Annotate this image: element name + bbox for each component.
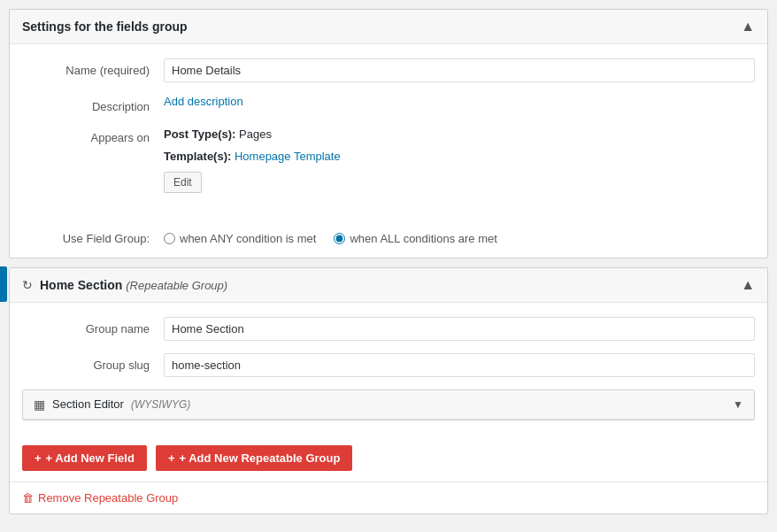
description-row: Description Add description (22, 95, 755, 113)
templates-text: Template(s): Homepage Template (164, 148, 755, 166)
group-name-input[interactable] (164, 317, 755, 341)
radio-group: when ANY condition is met when ALL condi… (164, 228, 497, 245)
add-description-link[interactable]: Add description (164, 95, 243, 108)
group-name-label: Group name (22, 317, 164, 335)
description-label: Description (22, 95, 164, 113)
description-field-wrapper: Add description (164, 95, 755, 108)
refresh-icon: ↻ (22, 278, 33, 292)
radio-any-option[interactable]: when ANY condition is met (164, 232, 316, 245)
name-row: Name (required) (22, 58, 755, 82)
group-name-row: Group name (22, 317, 755, 341)
grid-icon: ▦ (34, 397, 45, 412)
repeatable-group-panel: ↻ Home Section (Repeatable Group) ▲ Grou… (9, 267, 768, 514)
name-field-wrapper (164, 58, 755, 82)
settings-panel-title: Settings for the fields group (22, 19, 188, 34)
group-slug-label: Group slug (22, 353, 164, 372)
wysiwyg-title: Section Editor (52, 397, 124, 411)
settings-panel-body: Name (required) Description Add descript… (10, 44, 767, 220)
add-new-field-button[interactable]: + + Add New Field (22, 445, 147, 471)
group-slug-field-wrapper (164, 353, 755, 377)
repeatable-group-name: Home Section (40, 278, 122, 292)
radio-all-label: when ALL conditions are met (350, 232, 496, 245)
wysiwyg-sub-panel: ▦ Section Editor (WYSIWYG) ▼ (22, 389, 755, 420)
blue-side-tab (0, 266, 7, 302)
post-types-label: Post Type(s): (164, 127, 235, 141)
wysiwyg-dropdown-icon[interactable]: ▼ (733, 398, 743, 411)
use-field-group-label: Use Field Group: (22, 228, 164, 245)
repeatable-group-body: Group name Group slug ▦ Section Editor (… (10, 303, 767, 435)
use-field-group-row: Use Field Group: when ANY condition is m… (10, 220, 767, 258)
appears-on-row: Appears on Post Type(s): Pages Template(… (22, 126, 755, 193)
trash-icon: 🗑 (22, 491, 34, 505)
post-types-value: Pages (239, 127, 272, 141)
repeatable-group-header-left: ↻ Home Section (Repeatable Group) (22, 278, 227, 292)
remove-repeatable-group-label: Remove Repeatable Group (38, 491, 178, 505)
edit-button[interactable]: Edit (164, 172, 202, 193)
repeatable-label: (Repeatable Group) (126, 279, 227, 292)
wysiwyg-label: (WYSIWYG) (131, 398, 190, 411)
homepage-template-link[interactable]: Homepage Template (235, 150, 341, 163)
add-new-field-icon: + (35, 451, 42, 465)
add-repeatable-group-label: + Add New Repeatable Group (179, 451, 340, 465)
settings-panel: Settings for the fields group ▲ Name (re… (9, 9, 768, 258)
add-repeatable-group-icon: + (168, 451, 175, 465)
wysiwyg-sub-panel-title-area: ▦ Section Editor (WYSIWYG) (34, 397, 190, 412)
appears-on-label: Appears on (22, 126, 164, 144)
settings-panel-collapse-icon[interactable]: ▲ (741, 19, 755, 35)
wysiwyg-sub-panel-header: ▦ Section Editor (WYSIWYG) ▼ (23, 390, 754, 420)
add-new-field-label: + Add New Field (46, 451, 135, 465)
post-types-text: Post Type(s): Pages (164, 126, 755, 144)
remove-divider: 🗑 Remove Repeatable Group (10, 482, 767, 513)
settings-panel-header: Settings for the fields group ▲ (10, 10, 767, 44)
radio-all-option[interactable]: when ALL conditions are met (334, 232, 496, 245)
group-slug-row: Group slug (22, 353, 755, 377)
repeatable-group-header: ↻ Home Section (Repeatable Group) ▲ (10, 268, 767, 303)
radio-all-input[interactable] (334, 233, 345, 244)
radio-any-input[interactable] (164, 233, 175, 244)
add-buttons-area: + + Add New Field + + Add New Repeatable… (10, 435, 767, 482)
templates-label: Template(s): (164, 150, 231, 163)
group-name-field-wrapper (164, 317, 755, 341)
repeatable-group-title: Home Section (Repeatable Group) (40, 278, 227, 292)
remove-repeatable-group-link[interactable]: 🗑 Remove Repeatable Group (10, 482, 767, 513)
repeatable-panel-collapse-icon[interactable]: ▲ (741, 277, 755, 293)
appears-on-content: Post Type(s): Pages Template(s): Homepag… (164, 126, 755, 193)
radio-any-label: when ANY condition is met (180, 232, 316, 245)
add-new-repeatable-group-button[interactable]: + + Add New Repeatable Group (156, 445, 353, 471)
name-label: Name (required) (22, 58, 164, 77)
name-input[interactable] (164, 58, 755, 82)
group-slug-input[interactable] (164, 353, 755, 377)
